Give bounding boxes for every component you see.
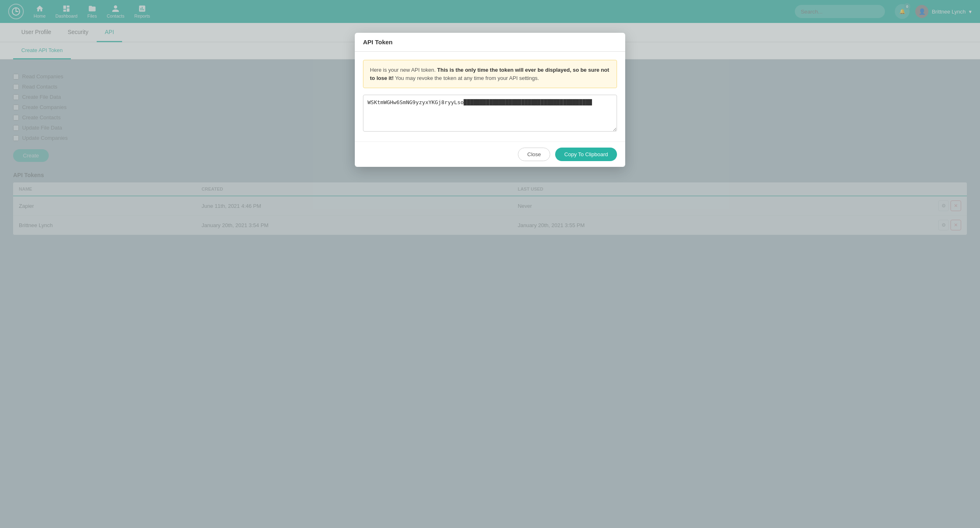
copy-to-clipboard-button[interactable]: Copy To Clipboard — [555, 148, 617, 161]
alert-warning: Here is your new API token. This is the … — [363, 60, 617, 88]
api-token-modal: API Token Here is your new API token. Th… — [355, 33, 625, 167]
alert-prefix: Here is your new API token. — [370, 67, 437, 73]
modal-overlay: API Token Here is your new API token. Th… — [0, 0, 980, 528]
modal-footer: Close Copy To Clipboard — [355, 141, 625, 167]
alert-suffix: You may revoke the token at any time fro… — [394, 75, 539, 81]
token-textarea[interactable]: WSKtmWGHw6SmNG9yzyxYKGj8ryyLso██████████… — [363, 95, 617, 132]
modal-body: Here is your new API token. This is the … — [355, 52, 625, 141]
modal-title: API Token — [355, 33, 625, 52]
close-button[interactable]: Close — [518, 148, 550, 161]
